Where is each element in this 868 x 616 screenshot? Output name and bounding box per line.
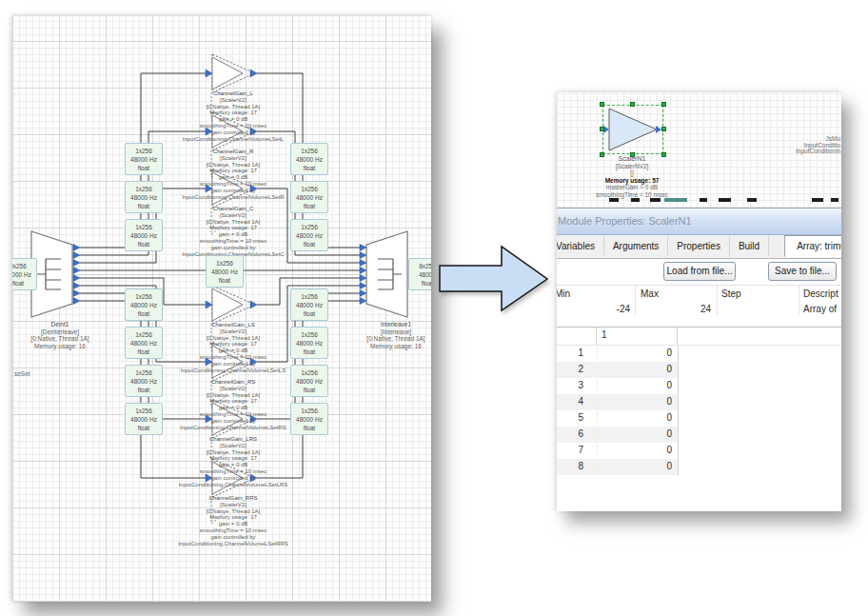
file-button-row: Load from file... Save to file...	[557, 259, 841, 285]
window-title: Module Properties: ScalerN1	[557, 209, 841, 227]
module-properties-screenshot: ScalerN1 [ScalerNV2] [] Memory usage: 57…	[557, 92, 841, 511]
module-memory: Memory usage: 16	[344, 343, 431, 350]
input-pin-arrow-icon	[360, 283, 366, 289]
grid-column-header[interactable]: 1	[597, 328, 678, 345]
module-thread: [0:Native, Thread 1A]	[12, 335, 112, 343]
selection-handle[interactable]	[600, 102, 604, 107]
trimgain-array-grid: 1 1020304050607080	[557, 328, 841, 475]
scaler-label-cluster: ChannelGain_L[ScalerV2][0:Native, Thread…	[133, 90, 333, 142]
trimgain-cell[interactable]: 0	[597, 428, 672, 439]
array-grid-row: 60	[557, 427, 678, 443]
pin-format-box: 1x25648000 Hzfloat	[290, 288, 328, 321]
input-pin-arrow-icon	[206, 70, 212, 77]
param-min-value[interactable]: -24	[557, 304, 630, 314]
pin-format-box: 1x25648000 Hzfloat	[290, 143, 328, 175]
array-grid-row: 40	[557, 394, 678, 410]
trimgain-cell[interactable]: 0	[597, 364, 672, 374]
tab-strip: VariablesArgumentsPropertiesBuildArray: …	[557, 235, 841, 259]
pin-format-box: 1x25648000 Hzfloat	[290, 327, 328, 359]
module-master-gain: masterGain = 0 dB	[575, 184, 689, 191]
trimgain-cell[interactable]: 0	[597, 461, 672, 471]
tab-build[interactable]: Build	[730, 236, 769, 255]
module-pins: []	[575, 169, 689, 177]
input-pin-arrow-icon	[360, 260, 366, 267]
figure-canvas: Deint1 [Deinterleave] [0:Native, Thread …	[0, 0, 868, 616]
output-pin-arrow-icon	[73, 275, 80, 282]
clipped-module-labels: JsMu InputConditio InputConditionin	[796, 136, 840, 155]
param-description-value: Array of	[803, 304, 837, 314]
pin-format-box: 1x25648000 Hzfloat	[290, 365, 328, 397]
selection-handle[interactable]	[661, 127, 666, 131]
clipped-text-row	[557, 198, 841, 204]
trimgain-cell[interactable]: 0	[597, 396, 672, 407]
clipped-label: InputConditionin	[796, 149, 840, 155]
module-thread: [0:Native, Thread 1A]	[344, 335, 431, 343]
trimgain-cell[interactable]: 0	[597, 445, 672, 455]
pin-format-box: 1x25648000 Hzfloat	[290, 181, 328, 213]
row-index: 3	[557, 380, 583, 390]
scaler-label-cluster: ChannelGain_LRS[ScalerV2][0:Native, Thre…	[133, 436, 333, 487]
save-to-file-button[interactable]: Save to file...	[768, 262, 837, 281]
interleave-module[interactable]	[366, 231, 407, 317]
selected-scaler-module[interactable]	[602, 105, 663, 154]
pin-format-box: 1x25648000 Hzfloat	[125, 143, 163, 175]
row-index: 8	[557, 461, 583, 471]
module-type: [Interleave]	[344, 328, 431, 336]
module-name: Deint1	[12, 321, 112, 328]
module-type: [Deinterleave]	[12, 328, 112, 336]
trimgain-cell[interactable]: 0	[597, 412, 672, 423]
output-pin-arrow-icon	[73, 298, 80, 305]
trimgain-cell[interactable]: 0	[597, 348, 672, 358]
array-grid-row: 20	[557, 362, 678, 378]
selection-handle[interactable]	[630, 102, 635, 107]
selection-handle[interactable]	[661, 102, 666, 107]
interleave-label: Interleave1 [Interleave] [0:Native, Thre…	[344, 321, 431, 349]
pin-format-box: 8x25648000 Hzfloat	[12, 258, 37, 290]
scaler-label-cluster: ChannelGain_RRS[ScalerV2][0:Native, Thre…	[133, 495, 333, 546]
selected-module-label: ScalerN1 [ScalerNV2] [] Memory usage: 57…	[575, 155, 689, 198]
clipped-wire-label: seSet	[14, 370, 30, 377]
annotation-arrow	[433, 240, 557, 318]
col-header-description: Descript	[803, 288, 838, 299]
pin-format-box: 1x25648000 Hzfloat	[125, 181, 163, 213]
tab-array-trimgain[interactable]: Array: trimGain	[784, 235, 841, 257]
input-pin-arrow-icon	[360, 290, 366, 297]
pin-format-box: 1x25648000 Hzfloat	[290, 219, 328, 251]
pin-format-box: 1x25648000 Hzfloat	[125, 403, 163, 435]
col-header-step: Step	[721, 288, 741, 299]
input-pin-arrow-icon	[360, 252, 366, 259]
col-header-max: Max	[641, 288, 659, 299]
row-index: 7	[557, 445, 583, 455]
pin-format-box: 1x25648000 Hzfloat	[125, 219, 163, 251]
module-smoothing: smoothingTime = 10 msec	[575, 191, 689, 199]
input-pin-arrow-icon	[360, 268, 366, 274]
pin-format-box: 8x25648000float	[408, 258, 431, 290]
deinterleave-label: Deint1 [Deinterleave] [0:Native, Thread …	[12, 321, 112, 349]
output-pin-arrow-icon	[73, 290, 80, 297]
output-pin-arrow-icon	[250, 301, 257, 308]
module-name: ScalerN1	[575, 155, 689, 163]
designer-canvas: ScalerN1 [ScalerNV2] [] Memory usage: 57…	[557, 92, 841, 208]
output-pin-arrow-icon	[73, 252, 80, 259]
pin-format-box: 1x25648000 Hzfloat	[125, 327, 163, 359]
array-grid-row: 30	[557, 378, 678, 394]
row-index: 5	[557, 412, 583, 423]
row-index: 2	[557, 364, 583, 374]
scaler-triangle-icon	[603, 106, 662, 153]
tab-variables[interactable]: Variables	[557, 236, 604, 255]
tab-properties[interactable]: Properties	[668, 236, 730, 255]
tab-arguments[interactable]: Arguments	[604, 236, 668, 255]
pin-format-box: 1x25648000 Hzfloat	[125, 365, 163, 397]
selection-handle[interactable]	[600, 127, 604, 131]
designer-screenshot: Deint1 [Deinterleave] [0:Native, Thread …	[12, 16, 431, 602]
array-grid-row: 80	[557, 459, 678, 475]
load-from-file-button[interactable]: Load from file...	[663, 262, 736, 281]
input-pin-arrow-icon	[360, 245, 366, 251]
trimgain-cell[interactable]: 0	[597, 380, 672, 390]
array-grid-row: 70	[557, 443, 678, 459]
array-grid-row: 50	[557, 410, 678, 427]
param-max-value[interactable]: 24	[630, 304, 711, 314]
window-titlebar[interactable]: Module Properties: ScalerN1	[557, 209, 841, 235]
pin-format-box: 1x25648000 Hzfloat	[125, 288, 163, 321]
grid-header-row: 1	[557, 328, 841, 346]
